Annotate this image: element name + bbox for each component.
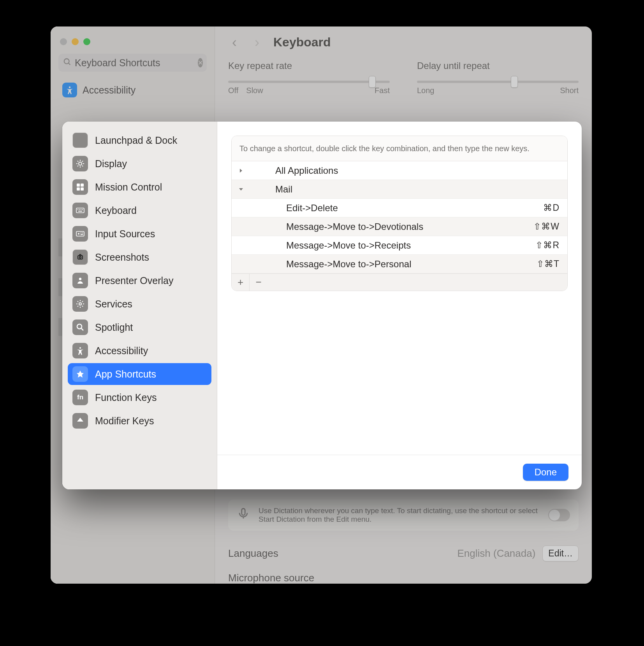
sidebar-item-label: Screenshots (95, 252, 149, 263)
shortcut-row[interactable]: All Applications (232, 161, 567, 180)
window-header: ‹ › Keyboard (228, 35, 579, 49)
svg-point-2 (69, 86, 70, 88)
sheet-sidebar-item-modifier[interactable]: Modifier Keys (68, 410, 211, 432)
sidebar-item-label: Function Keys (95, 392, 157, 403)
svg-point-0 (64, 59, 69, 64)
svg-rect-18 (82, 233, 83, 233)
svg-rect-11 (79, 209, 80, 210)
sheet-sidebar: Launchpad & DockDisplayMission ControlKe… (62, 122, 217, 489)
sheet-sidebar-item-screenshot[interactable]: Screenshots (68, 246, 211, 268)
sidebar-item-label: Accessibility (95, 345, 148, 357)
sidebar-item-label: Mission Control (95, 182, 162, 193)
svg-point-16 (78, 233, 79, 235)
sheet-sidebar-item-accessibility[interactable]: Accessibility (68, 340, 211, 362)
svg-rect-7 (77, 187, 80, 191)
svg-rect-3 (242, 508, 245, 515)
dictation-toggle[interactable] (548, 509, 570, 521)
microphone-source-label: Microphone source (228, 572, 314, 584)
sheet-sidebar-item-input[interactable]: Input Sources (68, 223, 211, 245)
shortcut-label: Message->Move to->Receipts (250, 240, 535, 251)
edit-languages-button[interactable]: Edit… (542, 545, 579, 561)
shortcut-label: Message->Move to->Personal (250, 259, 537, 270)
sidebar-item-label: Services (95, 298, 132, 310)
shortcut-keys: ⇧⌘T (537, 259, 560, 269)
sidebar-search[interactable]: ✕ (58, 54, 207, 72)
sheet-sidebar-item-keyboard[interactable]: Keyboard (68, 199, 211, 221)
traffic-lights (51, 34, 215, 54)
page-title: Keyboard (273, 35, 331, 49)
forward-button[interactable]: › (251, 36, 263, 49)
shortcut-label: Message->Move to->Devotionals (250, 221, 533, 232)
shortcut-label: Mail (250, 184, 560, 195)
svg-rect-19 (81, 234, 83, 235)
svg-rect-17 (81, 233, 81, 233)
sidebar-item-label: Accessibility (83, 85, 135, 96)
sidebar-item-label: Spotlight (95, 322, 133, 333)
remove-shortcut-button[interactable]: − (250, 274, 267, 291)
sidebar-item-label: Presenter Overlay (95, 275, 173, 286)
shortcut-row[interactable]: Message->Move to->Receipts⇧⌘R (232, 236, 567, 255)
dictation-row: Use Dictation wherever you can type text… (228, 500, 579, 531)
sheet-sidebar-item-launchpad[interactable]: Launchpad & Dock (68, 129, 211, 151)
key-repeat-slider[interactable]: Key repeat rate Off Slow Fast (228, 60, 390, 95)
shortcut-keys: ⇧⌘W (533, 221, 560, 232)
sidebar-item-label: App Shortcuts (95, 369, 156, 380)
sheet-sidebar-item-presenter[interactable]: Presenter Overlay (68, 270, 211, 291)
sheet-sidebar-item-appshortcuts[interactable]: App Shortcuts (68, 363, 211, 385)
accessibility-icon (62, 83, 77, 97)
shortcut-row[interactable]: Message->Move to->Personal⇧⌘T (232, 255, 567, 274)
svg-point-21 (79, 256, 81, 258)
done-button[interactable]: Done (523, 464, 568, 481)
svg-rect-5 (77, 184, 80, 187)
svg-rect-9 (76, 208, 84, 213)
sheet-sidebar-item-display[interactable]: Display (68, 153, 211, 175)
languages-row: Languages English (Canada) Edit… (228, 545, 579, 561)
svg-point-26 (79, 347, 81, 349)
minimize-window-button[interactable] (72, 38, 79, 45)
svg-rect-13 (82, 209, 83, 210)
svg-line-1 (69, 63, 70, 65)
search-icon (63, 58, 72, 68)
shortcut-row[interactable]: Edit->Delete⌘D (232, 199, 567, 217)
sheet-sidebar-item-fn[interactable]: fnFunction Keys (68, 387, 211, 408)
delay-repeat-slider[interactable]: Delay until repeat Long Short (417, 60, 579, 95)
svg-rect-14 (78, 211, 82, 212)
sheet-sidebar-item-mission[interactable]: Mission Control (68, 176, 211, 198)
sidebar-item-label: Input Sources (95, 228, 155, 240)
zoom-window-button[interactable] (83, 38, 90, 45)
search-input[interactable] (72, 57, 198, 69)
sheet-sidebar-item-spotlight[interactable]: Spotlight (68, 316, 211, 338)
clear-search-button[interactable]: ✕ (198, 58, 203, 67)
close-window-button[interactable] (60, 38, 67, 45)
microphone-icon (237, 507, 250, 524)
svg-rect-10 (77, 209, 78, 210)
svg-point-4 (79, 162, 82, 165)
sidebar-item-label: Display (95, 158, 127, 169)
svg-rect-6 (81, 184, 84, 187)
shortcut-keys: ⇧⌘R (535, 240, 560, 251)
svg-rect-15 (76, 231, 84, 236)
panel-footer: + − (232, 274, 567, 291)
panel-help-text: To change a shortcut, double click the k… (232, 136, 567, 161)
sheet-main: To change a shortcut, double click the k… (217, 122, 582, 489)
shortcuts-panel: To change a shortcut, double click the k… (231, 136, 568, 291)
back-button[interactable]: ‹ (228, 36, 241, 49)
svg-point-24 (77, 324, 82, 329)
shortcut-label: All Applications (250, 165, 560, 176)
svg-point-23 (79, 303, 81, 305)
disclosure-icon[interactable] (232, 168, 250, 174)
svg-rect-12 (81, 209, 81, 210)
sheet-sidebar-item-services[interactable]: Services (68, 293, 211, 315)
add-shortcut-button[interactable]: + (232, 274, 250, 291)
shortcut-keys: ⌘D (543, 203, 560, 213)
shortcut-label: Edit->Delete (250, 203, 543, 214)
svg-point-22 (79, 278, 81, 280)
shortcut-row[interactable]: Mail (232, 180, 567, 199)
sidebar-item-label: Modifier Keys (95, 415, 154, 427)
keyboard-shortcuts-sheet: Launchpad & DockDisplayMission ControlKe… (62, 122, 582, 489)
disclosure-icon[interactable] (232, 186, 250, 192)
svg-rect-8 (81, 187, 84, 191)
sidebar-item-label: Keyboard (95, 205, 137, 216)
sidebar-item-accessibility[interactable]: Accessibility (58, 79, 207, 101)
shortcut-row[interactable]: Message->Move to->Devotionals⇧⌘W (232, 217, 567, 236)
